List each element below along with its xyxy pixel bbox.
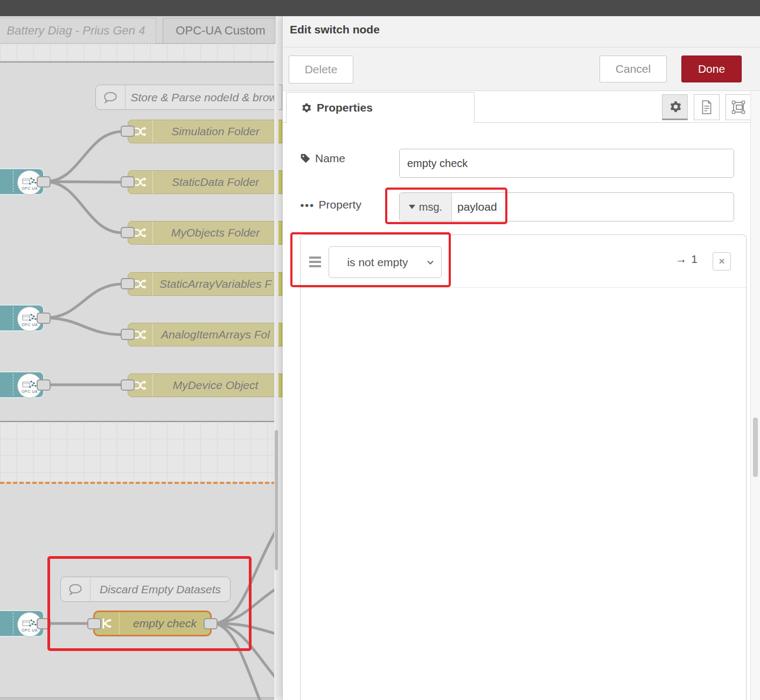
arrow-right-icon: → — [675, 253, 687, 266]
property-value-text: payload — [457, 200, 497, 213]
flow-workspace[interactable]: Battery Diag - Prius Gen 4 OPC-UA Custom… — [0, 0, 276, 700]
switch-node-myobjects-folder[interactable]: MyObjects Folder — [128, 221, 276, 245]
opcua-badge-text: OPC UA — [22, 628, 38, 632]
rule-output-number: 1 — [691, 253, 698, 266]
ellipsis-icon: ●●● — [300, 201, 315, 209]
switch-node-staticdata-folder[interactable]: StaticData Folder — [128, 170, 276, 194]
property-value-input[interactable]: payload — [452, 193, 734, 221]
workspace-scrollbar-track — [274, 44, 278, 700]
property-type-select[interactable]: msg. — [400, 193, 452, 221]
opcua-browser-node[interactable]: er OPC UA — [0, 168, 44, 195]
rule-remove-button[interactable]: × — [713, 252, 731, 271]
drag-handle-icon[interactable] — [309, 257, 321, 269]
done-button[interactable]: Done — [681, 56, 742, 82]
input-port[interactable] — [121, 176, 135, 188]
opcua-badge-text: OPC UA — [22, 186, 38, 190]
speech-bubble-icon — [61, 577, 90, 601]
node-separator — [13, 171, 13, 192]
workspace-scrollbar-thumb[interactable] — [275, 430, 278, 570]
input-port[interactable] — [121, 329, 135, 340]
input-port[interactable] — [121, 379, 135, 391]
node-sliver — [278, 221, 282, 245]
node-appearance-icon — [731, 100, 746, 115]
comment-node-label: Discard Empty Datasets — [90, 583, 230, 596]
tab-properties[interactable]: Properties — [286, 92, 475, 123]
input-port[interactable] — [87, 618, 101, 629]
name-input[interactable] — [399, 149, 734, 178]
node-sliver — [278, 170, 282, 194]
output-port[interactable] — [204, 618, 218, 629]
node-separator — [13, 374, 13, 396]
properties-view-button[interactable] — [662, 94, 688, 120]
dialog-header: Edit switch node — [283, 16, 760, 47]
dialog-scrollbar-track — [750, 92, 760, 700]
wire[interactable] — [45, 182, 123, 233]
output-port[interactable] — [37, 379, 51, 391]
comment-node-label: Store & Parse nodeId & brow — [125, 91, 276, 104]
tag-icon — [300, 153, 311, 164]
node-sliver — [278, 272, 282, 296]
output-port[interactable] — [37, 618, 51, 629]
wire[interactable] — [45, 318, 123, 335]
node-sliver — [278, 373, 282, 397]
gear-icon — [301, 102, 311, 113]
input-port[interactable] — [121, 278, 135, 289]
rule-row[interactable]: is not empty → 1 × — [301, 235, 746, 288]
node-separator — [13, 307, 13, 329]
dropdown-caret-icon — [409, 205, 415, 209]
property-typed-input: msg. payload — [399, 192, 734, 221]
edit-switch-node-dialog: Edit switch node Delete Cancel Done Prop… — [282, 16, 760, 700]
switch-node-analogitemarrays[interactable]: AnalogItemArrays Fol — [128, 323, 276, 346]
switch-node-mydevice-object[interactable]: MyDevice Object — [128, 373, 276, 397]
wire[interactable] — [45, 131, 123, 182]
node-sliver — [278, 85, 282, 110]
input-port[interactable] — [121, 227, 135, 238]
header-bar — [0, 0, 760, 16]
cancel-button[interactable]: Cancel — [599, 56, 667, 82]
switch-node-label: Simulation Folder — [153, 125, 276, 138]
switch-node-simulation-folder[interactable]: Simulation Folder — [128, 120, 276, 143]
rule-operator-select[interactable]: is not empty — [329, 246, 442, 278]
wire[interactable] — [45, 284, 123, 318]
opcua-browser-node[interactable]: er OPC UA — [0, 371, 44, 398]
switch-node-empty-check[interactable]: empty check — [93, 611, 212, 636]
opcua-node-label: er — [0, 175, 13, 188]
comment-node-store-parse[interactable]: Store & Parse nodeId & brow — [95, 85, 276, 110]
opcua-badge-text: OPC UA — [22, 323, 38, 327]
dialog-tab-row: Properties — [283, 91, 760, 123]
delete-button[interactable]: Delete — [289, 56, 353, 84]
opcua-badge-text: OPC UA — [22, 390, 38, 393]
dialog-title: Edit switch node — [290, 23, 380, 36]
node-sliver — [278, 323, 282, 346]
switch-node-staticarrayvariables[interactable]: StaticArrayVariables F — [128, 272, 276, 296]
input-port[interactable] — [121, 126, 135, 137]
chevron-down-icon — [426, 258, 435, 267]
switch-node-label: AnalogItemArrays Fol — [153, 328, 276, 341]
name-label-text: Name — [315, 152, 345, 165]
appearance-view-button[interactable] — [726, 94, 751, 120]
wire[interactable] — [215, 623, 276, 700]
opcua-node-label: er — [0, 617, 13, 630]
switch-node-label: StaticArrayVariables F — [153, 278, 276, 290]
node-separator — [13, 613, 13, 634]
node-sliver — [278, 120, 282, 143]
switch-node-label: MyObjects Folder — [153, 226, 276, 239]
property-label-text: Property — [319, 198, 361, 211]
switch-node-label: empty check — [120, 617, 210, 630]
dialog-scrollbar-thumb[interactable] — [753, 418, 758, 477]
opcua-node-label: er — [0, 311, 13, 324]
property-prefix-text: msg. — [419, 201, 442, 213]
wire[interactable] — [45, 182, 123, 182]
output-port[interactable] — [37, 176, 51, 188]
cancel-button-label: Cancel — [616, 63, 651, 75]
opcua-browser-node[interactable]: er OPC UA — [0, 304, 44, 331]
name-field-label: Name — [300, 152, 345, 165]
dialog-toolbar: Delete Cancel Done — [283, 47, 760, 91]
switch-node-label: StaticData Folder — [153, 176, 276, 189]
description-view-button[interactable] — [694, 94, 720, 120]
opcua-browser-node[interactable]: er OPC UA — [0, 610, 44, 637]
output-port[interactable] — [37, 313, 51, 324]
speech-bubble-icon — [96, 85, 125, 109]
rules-list: is not empty → 1 × — [300, 234, 747, 700]
comment-node-discard-empty[interactable]: Discard Empty Datasets — [60, 577, 231, 602]
